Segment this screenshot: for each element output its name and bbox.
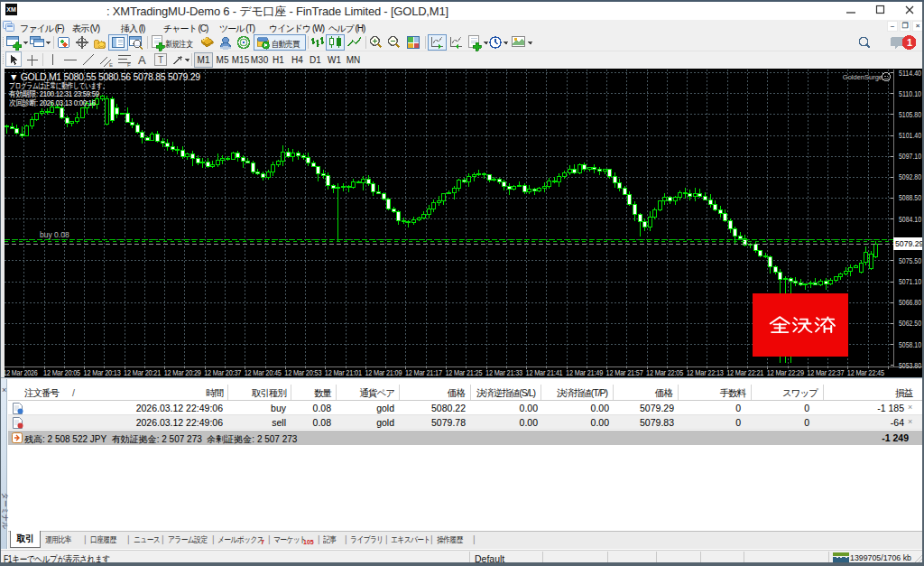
svg-text:12 Mar 21:41: 12 Mar 21:41 bbox=[526, 368, 563, 377]
svg-text:T: T bbox=[158, 55, 163, 65]
svg-text:12 Mar 21:01: 12 Mar 21:01 bbox=[325, 368, 362, 377]
svg-text:5084.10: 5084.10 bbox=[899, 215, 921, 224]
svg-text:5053.80: 5053.80 bbox=[899, 361, 921, 370]
svg-text:5110.10: 5110.10 bbox=[899, 89, 921, 98]
svg-text:5075.50: 5075.50 bbox=[899, 256, 921, 265]
svg-text:12 Mar 22:21: 12 Mar 22:21 bbox=[726, 368, 763, 377]
svg-text:buy 0.08: buy 0.08 bbox=[40, 230, 69, 239]
svg-text:F: F bbox=[127, 62, 131, 68]
svg-text:12 Mar 22:05: 12 Mar 22:05 bbox=[646, 368, 683, 377]
svg-text:12 Mar 22:29: 12 Mar 22:29 bbox=[767, 368, 804, 377]
svg-text:12 Mar 20:45: 12 Mar 20:45 bbox=[245, 368, 282, 377]
svg-text:5071.10: 5071.10 bbox=[899, 277, 921, 286]
svg-text:12 Mar 22:37: 12 Mar 22:37 bbox=[807, 368, 844, 377]
svg-text:12 Mar 21:57: 12 Mar 21:57 bbox=[606, 368, 643, 377]
svg-text:E: E bbox=[109, 62, 113, 68]
svg-text:5105.80: 5105.80 bbox=[899, 110, 921, 119]
svg-text:5058.10: 5058.10 bbox=[899, 340, 921, 349]
svg-text:5062.50: 5062.50 bbox=[899, 319, 921, 328]
svg-text:5092.80: 5092.80 bbox=[899, 172, 921, 181]
svg-text:12 Mar 20:13: 12 Mar 20:13 bbox=[84, 368, 121, 377]
svg-text:12 Mar 21:49: 12 Mar 21:49 bbox=[566, 368, 603, 377]
svg-text:12 Mar 20:05: 12 Mar 20:05 bbox=[43, 368, 80, 377]
svg-text:12 Mar 21:17: 12 Mar 21:17 bbox=[405, 368, 442, 377]
svg-text:12 Mar 22:13: 12 Mar 22:13 bbox=[687, 368, 724, 377]
svg-text:1: 1 bbox=[907, 37, 912, 48]
svg-text:5114.40: 5114.40 bbox=[899, 69, 921, 78]
svg-text:12 Mar 20:53: 12 Mar 20:53 bbox=[284, 368, 321, 377]
svg-text:12 Mar 22:45: 12 Mar 22:45 bbox=[847, 368, 884, 377]
svg-text:5097.10: 5097.10 bbox=[899, 152, 921, 161]
svg-text:12 Mar 2026: 12 Mar 2026 bbox=[4, 368, 38, 377]
svg-text:12 Mar 21:09: 12 Mar 21:09 bbox=[365, 368, 402, 377]
svg-text:5088.50: 5088.50 bbox=[899, 193, 921, 202]
svg-text:12 Mar 21:25: 12 Mar 21:25 bbox=[445, 368, 482, 377]
svg-text:12 Mar 20:21: 12 Mar 20:21 bbox=[124, 368, 161, 377]
svg-text:5101.40: 5101.40 bbox=[899, 131, 921, 140]
svg-text:5079.29: 5079.29 bbox=[895, 239, 924, 248]
svg-text:12 Mar 20:37: 12 Mar 20:37 bbox=[204, 368, 241, 377]
svg-text:12 Mar 20:29: 12 Mar 20:29 bbox=[164, 368, 201, 377]
svg-text:5066.80: 5066.80 bbox=[899, 298, 921, 307]
svg-text:12 Mar 21:33: 12 Mar 21:33 bbox=[485, 368, 522, 377]
svg-text:A: A bbox=[138, 53, 146, 67]
